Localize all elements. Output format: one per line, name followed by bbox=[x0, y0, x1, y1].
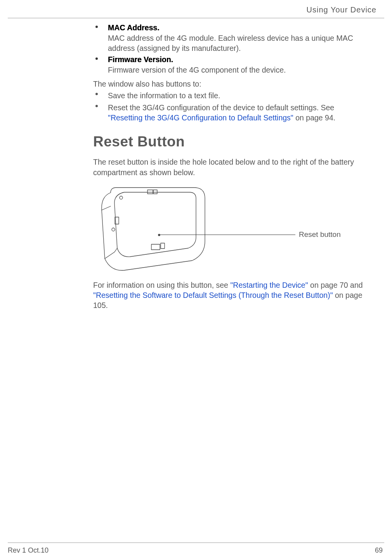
document-page: Using Your Device MAC Address. MAC addre… bbox=[0, 0, 392, 560]
intro-paragraph: The window also has buttons to: bbox=[93, 79, 365, 89]
cross-reference-link[interactable]: "Resetting the Software to Default Setti… bbox=[93, 291, 333, 299]
term-description: MAC address of the 4G module. Each wirel… bbox=[108, 33, 365, 54]
svg-rect-0 bbox=[147, 190, 153, 194]
action-list: Save the information to a text file. Res… bbox=[93, 90, 365, 123]
action-prefix: Reset the 3G/4G configuration of the dev… bbox=[108, 103, 334, 112]
footer-revision: Rev 1 Oct.10 bbox=[8, 546, 49, 555]
page-number: 69 bbox=[375, 546, 383, 555]
footer-rule bbox=[8, 543, 384, 543]
svg-rect-3 bbox=[151, 244, 160, 250]
header-rule bbox=[8, 18, 384, 18]
list-item: Save the information to a text file. bbox=[93, 90, 365, 101]
svg-rect-4 bbox=[161, 243, 165, 249]
closing-prefix: For information on using this button, se… bbox=[93, 281, 230, 289]
cross-reference-link[interactable]: "Restarting the Device" bbox=[230, 281, 308, 289]
svg-point-5 bbox=[120, 196, 123, 199]
content-area: MAC Address. MAC address of the 4G modul… bbox=[93, 23, 365, 311]
svg-rect-1 bbox=[153, 190, 157, 194]
bullet-icon bbox=[95, 105, 98, 107]
list-item: Reset the 3G/4G configuration of the dev… bbox=[93, 103, 365, 123]
section-paragraph: The reset button is inside the hole loca… bbox=[93, 157, 365, 177]
bullet-icon bbox=[95, 93, 98, 95]
action-suffix: on page 94. bbox=[293, 113, 335, 122]
section-heading: Reset Button bbox=[93, 134, 365, 150]
svg-point-6 bbox=[112, 228, 115, 231]
callout-label: Reset button bbox=[299, 230, 341, 239]
cross-reference-link[interactable]: "Resetting the 3G/4G Configuration to De… bbox=[108, 113, 293, 122]
closing-paragraph: For information on using this button, se… bbox=[93, 280, 365, 311]
bullet-icon bbox=[95, 57, 98, 60]
callout-leader-line bbox=[160, 235, 295, 235]
definition-list: MAC Address. MAC address of the 4G modul… bbox=[93, 23, 365, 75]
list-item: MAC Address. MAC address of the 4G modul… bbox=[93, 23, 365, 54]
term-description: Firmware version of the 4G component of … bbox=[108, 65, 365, 75]
figure: Reset button bbox=[93, 183, 365, 276]
list-item: Firmware Version. Firmware version of th… bbox=[93, 55, 365, 75]
closing-mid: on page 70 and bbox=[308, 281, 363, 289]
term: MAC Address bbox=[108, 23, 157, 32]
action-text: Save the information to a text file. bbox=[108, 91, 220, 100]
device-illustration bbox=[93, 183, 210, 272]
bullet-icon bbox=[95, 26, 98, 28]
term: Firmware Version bbox=[108, 55, 171, 64]
running-header: Using Your Device bbox=[307, 5, 376, 14]
